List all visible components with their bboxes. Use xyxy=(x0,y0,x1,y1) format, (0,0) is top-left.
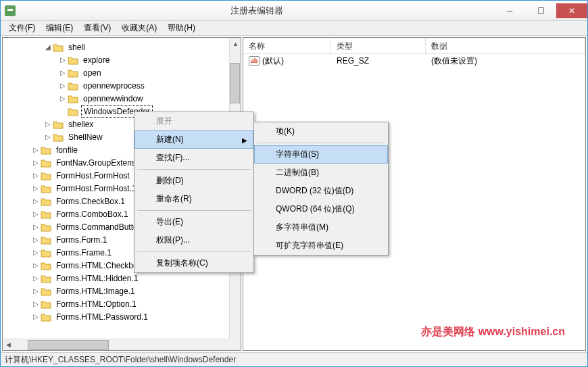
folder-icon xyxy=(68,94,78,103)
expand-icon[interactable]: ▷ xyxy=(31,274,41,283)
folder-icon xyxy=(41,145,51,155)
expand-icon[interactable]: ▷ xyxy=(31,210,41,219)
menu-edit[interactable]: 编辑(E) xyxy=(41,21,78,35)
folder-icon xyxy=(68,68,78,78)
menu-help[interactable]: 帮助(H) xyxy=(162,21,201,35)
value-name: (默认) xyxy=(262,55,284,67)
list-row-default[interactable]: ab(默认) REG_SZ (数值未设置) xyxy=(243,54,585,68)
menu-file[interactable]: 文件(F) xyxy=(3,21,41,35)
scroll-left-icon[interactable]: ◀ xyxy=(3,339,14,351)
folder-icon xyxy=(41,274,51,283)
folder-icon xyxy=(68,55,78,65)
expand-icon[interactable]: ▷ xyxy=(31,312,41,322)
expand-icon[interactable]: ▷ xyxy=(43,120,53,129)
ctx-expand[interactable]: 展开 xyxy=(134,112,253,130)
ctx-copykey[interactable]: 复制项名称(C) xyxy=(134,254,253,272)
tree-item-opennewwindow[interactable]: ▷opennewwindow xyxy=(3,92,241,105)
tree-item-shell[interactable]: ◢shell xyxy=(3,41,241,53)
folder-icon xyxy=(41,299,51,309)
scroll-up-icon[interactable]: ▲ xyxy=(230,38,241,49)
tree-label: Forms.CheckBox.1 xyxy=(54,196,127,207)
tree-item-htmlimage[interactable]: ▷Forms.HTML:Image.1 xyxy=(3,285,241,297)
tree-label: Forms.HTML:Image.1 xyxy=(54,286,137,297)
menu-view[interactable]: 查看(V) xyxy=(78,21,116,35)
scroll-thumb[interactable] xyxy=(230,63,240,103)
expand-icon[interactable]: ▷ xyxy=(31,287,41,296)
separator xyxy=(137,251,251,252)
ctx-rename[interactable]: 重命名(R) xyxy=(134,190,253,208)
tree-label: opennewwindow xyxy=(81,93,145,104)
expand-icon[interactable]: ▷ xyxy=(31,222,41,232)
expand-icon[interactable]: ▷ xyxy=(43,132,53,142)
expand-icon[interactable]: ▷ xyxy=(58,94,68,103)
sub-key[interactable]: 项(K) xyxy=(254,122,388,141)
expand-icon[interactable]: ▷ xyxy=(58,68,68,78)
folder-icon xyxy=(41,261,51,270)
tree-label: FormHost.FormHost xyxy=(54,170,132,181)
close-button[interactable]: ✕ xyxy=(556,3,587,18)
ctx-find[interactable]: 查找(F)... xyxy=(134,149,253,167)
folder-icon xyxy=(53,120,64,129)
ctx-delete[interactable]: 删除(D) xyxy=(134,172,253,190)
collapse-icon[interactable]: ◢ xyxy=(43,43,53,52)
expand-icon[interactable]: ▷ xyxy=(58,55,68,65)
cell-name: ab(默认) xyxy=(243,54,331,68)
column-data[interactable]: 数据 xyxy=(426,38,585,53)
column-type[interactable]: 类型 xyxy=(331,38,426,53)
ctx-permissions[interactable]: 权限(P)... xyxy=(134,231,253,249)
expand-icon[interactable]: ▷ xyxy=(31,261,41,270)
tree-label: Forms.HTML:Option.1 xyxy=(54,299,139,310)
tree-item-htmloption[interactable]: ▷Forms.HTML:Option.1 xyxy=(3,297,241,310)
tree-label: FormHost.FormHost.1 xyxy=(54,183,139,194)
horizontal-scrollbar[interactable]: ◀ xyxy=(3,339,229,350)
maximize-button[interactable]: ☐ xyxy=(525,3,556,18)
folder-icon xyxy=(68,81,78,91)
expand-icon[interactable]: ▷ xyxy=(31,197,41,206)
sub-dword[interactable]: DWORD (32 位)值(D) xyxy=(254,182,388,200)
expand-icon[interactable]: ▷ xyxy=(31,299,41,309)
menu-favorites[interactable]: 收藏夹(A) xyxy=(116,21,162,35)
tree-item-htmlhidden[interactable]: ▷Forms.HTML:Hidden.1 xyxy=(3,272,241,285)
cell-type: REG_SZ xyxy=(331,55,426,67)
scroll-thumb[interactable] xyxy=(28,340,109,350)
context-menu: 展开 新建(N)▶ 查找(F)... 删除(D) 重命名(R) 导出(E) 权限… xyxy=(134,112,254,273)
expand-icon[interactable]: ▷ xyxy=(31,171,41,180)
tree-label: open xyxy=(81,68,103,78)
tree-label: ShellNew xyxy=(66,132,105,143)
tree-label: Forms.HTML:Password.1 xyxy=(54,312,150,322)
folder-icon xyxy=(41,287,51,296)
separator xyxy=(137,210,251,211)
expand-icon[interactable]: ▷ xyxy=(31,248,41,258)
column-name[interactable]: 名称 xyxy=(243,38,331,53)
sub-qword[interactable]: QWORD (64 位)值(Q) xyxy=(254,200,388,218)
expand-icon[interactable]: ▷ xyxy=(31,145,41,155)
tree-label: Forms.HTML:Hidden.1 xyxy=(54,273,140,284)
sub-expandable[interactable]: 可扩充字符串值(E) xyxy=(254,237,388,255)
expand-icon[interactable]: ▷ xyxy=(31,235,41,245)
sub-multistring[interactable]: 多字符串值(M) xyxy=(254,218,388,237)
tree-label: Forms.Form.1 xyxy=(54,235,109,245)
expand-icon[interactable]: ▷ xyxy=(31,158,41,168)
tree-label: opennewprocess xyxy=(81,80,147,91)
list-header: 名称 类型 数据 xyxy=(243,38,585,54)
scroll-corner xyxy=(229,339,241,350)
tree-label: Forms.ComboBox.1 xyxy=(54,209,130,220)
expand-icon[interactable]: ▷ xyxy=(58,81,68,91)
menubar: 文件(F) 编辑(E) 查看(V) 收藏夹(A) 帮助(H) xyxy=(1,21,587,36)
folder-icon xyxy=(53,132,64,142)
sub-string[interactable]: 字符串值(S) xyxy=(254,145,388,164)
tree-label: Forms.Frame.1 xyxy=(54,247,114,258)
tree-label: shellex xyxy=(66,119,95,130)
sub-binary[interactable]: 二进制值(B) xyxy=(254,164,388,182)
ctx-new[interactable]: 新建(N)▶ xyxy=(134,130,253,149)
tree-item-opennewprocess[interactable]: ▷opennewprocess xyxy=(3,79,241,92)
folder-icon xyxy=(41,184,51,193)
ctx-export[interactable]: 导出(E) xyxy=(134,213,253,231)
tree-item-htmlpassword[interactable]: ▷Forms.HTML:Password.1 xyxy=(3,310,241,323)
new-submenu: 项(K) 字符串值(S) 二进制值(B) DWORD (32 位)值(D) QW… xyxy=(253,122,389,255)
minimize-button[interactable]: ─ xyxy=(494,3,525,18)
expand-icon[interactable]: ▷ xyxy=(31,184,41,193)
app-icon xyxy=(5,5,16,16)
tree-item-explore[interactable]: ▷explore xyxy=(3,53,241,66)
tree-item-open[interactable]: ▷open xyxy=(3,66,241,79)
